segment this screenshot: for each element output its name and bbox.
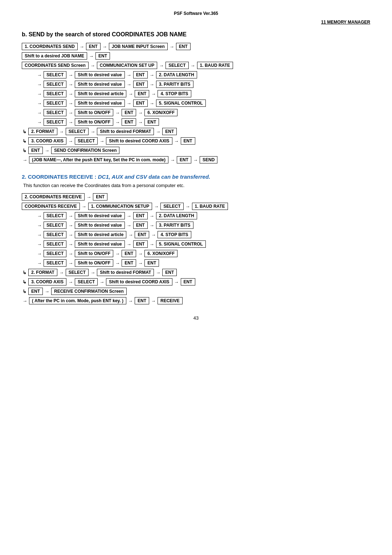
- flow-plain-rrow9-5: Shift to desired FORMAT: [97, 269, 154, 276]
- flow-arrow-row4-6: →: [150, 72, 154, 78]
- flow-box-row4-5: ENT: [133, 71, 148, 78]
- flow-arrow-rrow12-0: →: [23, 298, 27, 304]
- flow-row-rrow6: →SELECT→Shift to desired value→ENT→5. SI…: [36, 240, 370, 248]
- flow-arrow-rrow5-6: →: [151, 232, 156, 238]
- flow-box-row11-1: 3. COORD AXIS: [28, 137, 66, 145]
- flow-arrow-row6-2: →: [68, 91, 73, 97]
- flow-arrow-rrow8-4: →: [115, 260, 120, 266]
- flow-arrow-rrow5-4: →: [128, 232, 133, 238]
- flow-box-row5-5: ENT: [133, 81, 148, 88]
- flow-box-rrow7-7: 6. XON/XOFF: [144, 250, 177, 257]
- flow-row-rrow8: →SELECT→Shift to ON/OFF→ENT→ENT: [36, 259, 370, 267]
- section2-description: This function can receive the Coordinate…: [23, 183, 370, 188]
- flow-box-row3-2: COMMUNICATION SET UP: [97, 62, 157, 69]
- page-header: PSF Software Ver.365: [22, 11, 370, 16]
- flow-arrow-rrow3-2: →: [68, 213, 73, 219]
- flow-box-row8-7: 6. XON/XOFF: [144, 109, 177, 116]
- flow-box-row5-7: 3. PARITY BITS: [156, 81, 193, 88]
- flow-arrow-row3-5: →: [191, 63, 195, 68]
- flow-box-rrow8-7: ENT: [144, 259, 159, 267]
- flow-row-row9: →SELECT→Shift to ON/OFF→ENT→ENT: [36, 118, 370, 126]
- flow-arrow-rrow8-2: →: [68, 260, 73, 266]
- flow-plain-row10-5: Shift to desired FORMAT: [97, 128, 154, 135]
- flow-arrow-rrow7-4: →: [115, 251, 120, 256]
- flow-arrow-row5-4: →: [127, 82, 131, 87]
- flow-arrow-row9-0: →: [37, 119, 42, 125]
- section2-title-suffix: DC1, AUX and CSV data can be transferred…: [98, 174, 211, 180]
- flow-box-rrow5-7: 4. STOP BITS: [158, 231, 191, 238]
- flow-arrow-rrow3-0: →: [37, 213, 42, 219]
- flow-box-rrow8-1: SELECT: [44, 259, 66, 267]
- flow-box-rrow2-4: SELECT: [160, 203, 183, 210]
- flow-plain-rrow7-3: Shift to ON/OFF: [75, 250, 113, 257]
- flow-box-row6-5: ENT: [135, 90, 149, 97]
- flow-plain-rrow12-1: ( After the PC in com. Mode, push ENT ke…: [29, 297, 126, 304]
- flow-arrow-rrow2-5: →: [185, 204, 190, 209]
- flow-arrow-rrow9-4: →: [90, 270, 95, 275]
- flow-box-row3-0: COORDINATES SEND Screen: [22, 62, 89, 69]
- flow-arrow-row11-4: →: [99, 138, 104, 144]
- flow-row-row4: →SELECT→Shift to desired value→ENT→2. DA…: [36, 71, 370, 78]
- flow-plain-row5-3: Shift to desired value: [75, 81, 124, 88]
- flow-row-row8: →SELECT→Shift to ON/OFF→ENT→6. XON/XOFF: [36, 109, 370, 116]
- flow-arrow-rrow9-6: →: [156, 270, 160, 275]
- flow-arrow-rrow2-3: →: [154, 204, 159, 209]
- flow-arrow-rrow9-0: ↳: [23, 270, 26, 275]
- flow-plain-row11-5: Shift to desired COORD AXIS: [106, 137, 172, 145]
- flow-box-row8-5: ENT: [122, 109, 136, 116]
- flow-arrow-rrow4-4: →: [127, 223, 131, 228]
- flow-arrow-rrow7-2: →: [68, 251, 73, 256]
- flow-arrow-row2-1: →: [89, 53, 94, 59]
- flow-box-rrow5-5: ENT: [135, 231, 149, 238]
- flow-box-row3-6: 1. BAUD RATE: [197, 62, 233, 69]
- page-number: 43: [22, 315, 370, 321]
- flow-arrow-rrow7-6: →: [138, 251, 143, 256]
- flow-row-row10: ↳2. FORMAT→SELECT→Shift to desired FORMA…: [22, 128, 370, 135]
- section2-title: 2. COORDINATES RECEIVE : DC1, AUX and CS…: [22, 174, 370, 180]
- flow-box-row9-1: SELECT: [44, 118, 66, 126]
- flow-arrow-row4-4: →: [127, 72, 131, 78]
- flow-box-rrow3-5: ENT: [133, 212, 148, 219]
- flow-box-row7-7: 5. SIGNAL CONTROL: [156, 100, 206, 107]
- flow-arrow-row9-6: →: [138, 119, 143, 125]
- flow-arrow-rrow6-4: →: [127, 242, 131, 247]
- flow-box-row13-5: SEND: [200, 156, 217, 163]
- flow-arrow-rrow10-4: →: [99, 279, 104, 285]
- flow-box-row12-3: SEND CONFIRMATION Screen: [51, 147, 119, 154]
- flow-arrow-rrow11-0: ↳: [23, 289, 26, 294]
- flow-box-rrow7-5: ENT: [122, 250, 136, 257]
- flow-box-row1-4: JOB NAME INPUT Screen: [109, 43, 168, 50]
- flow-arrow-rrow12-4: →: [151, 298, 156, 304]
- flow-row-rrow1: 2. COORDINATES RECEIVE→ENT: [22, 193, 370, 200]
- flow-arrow-row10-0: ↳: [23, 129, 26, 134]
- flow-box-row6-1: SELECT: [44, 90, 66, 97]
- flow-box-rrow2-2: 1. COMMUNICATION SETUP: [88, 203, 152, 210]
- flow-plain-rrow3-3: Shift to desired value: [75, 212, 124, 219]
- flow-arrow-rrow3-6: →: [150, 213, 154, 219]
- flow-arrow-rrow7-0: →: [37, 251, 42, 256]
- flow-plain-rrow5-3: Shift to desired article: [75, 231, 126, 238]
- flow-arrow-row8-4: →: [115, 110, 120, 116]
- flow-arrow-row13-2: →: [170, 157, 175, 163]
- flow-arrow-row11-0: ↳: [23, 138, 26, 144]
- flow-arrow-row7-6: →: [150, 101, 154, 106]
- flow-plain-rrow10-5: Shift to desired COORD AXIS: [106, 278, 172, 285]
- flow-arrow-row11-6: →: [174, 138, 179, 144]
- flow-box-rrow6-7: 5. SIGNAL CONTROL: [156, 240, 206, 248]
- flow-arrow-row9-2: →: [68, 119, 73, 125]
- flow-row-row1: 1. COORDINATES SEND→ENT→JOB NAME INPUT S…: [22, 43, 370, 50]
- flow-row-row5: →SELECT→Shift to desired value→ENT→3. PA…: [36, 81, 370, 88]
- flow-arrow-row3-1: →: [90, 63, 95, 68]
- flow-box-rrow10-1: 3. COORD AXIS: [28, 278, 66, 285]
- flow-box-rrow3-7: 2. DATA LENGTH: [156, 212, 197, 219]
- flow-box-row9-5: ENT: [122, 118, 136, 126]
- flow-box-row4-1: SELECT: [44, 71, 66, 78]
- flow-box-rrow7-1: SELECT: [44, 250, 66, 257]
- flow-arrow-rrow2-1: →: [82, 204, 86, 209]
- flow-arrow-row10-6: →: [156, 129, 160, 134]
- flow-receive: 2. COORDINATES RECEIVE→ENTCOORDINATES RE…: [22, 193, 370, 304]
- flow-arrow-row7-2: →: [68, 101, 73, 106]
- flow-box-rrow4-1: SELECT: [44, 222, 66, 229]
- flow-box-rrow4-5: ENT: [133, 222, 148, 229]
- flow-arrow-row4-2: →: [68, 72, 73, 78]
